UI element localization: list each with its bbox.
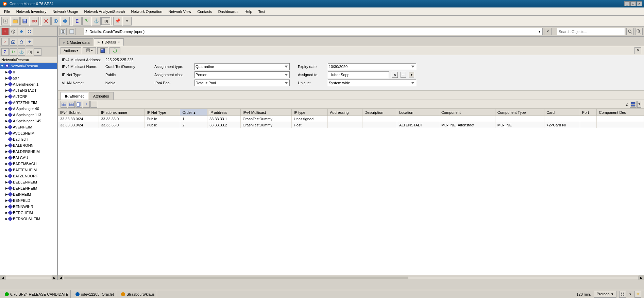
hscroll-track[interactable]	[64, 277, 638, 279]
col-ipv4-multicast[interactable]: IPv4 Multicast	[240, 109, 291, 116]
col-component-des[interactable]: Component Des	[597, 109, 644, 116]
expiry-date-select[interactable]: 10/30/2020	[328, 63, 416, 70]
tree-item-abergheiden[interactable]: ▶ A Bergheiden 1	[0, 81, 57, 87]
toolbar-btn-2[interactable]	[51, 17, 60, 25]
search-input[interactable]	[557, 28, 625, 35]
menu-help[interactable]: Help	[242, 9, 255, 14]
refresh-button-main[interactable]	[109, 47, 120, 54]
left-btn-more[interactable]: »	[34, 48, 41, 56]
left-btn-6[interactable]	[10, 38, 17, 46]
minimize-button[interactable]: _	[624, 1, 630, 6]
col-port[interactable]: Port	[580, 109, 597, 116]
tree-item-balbronn[interactable]: ▶ BALBRONN	[0, 142, 57, 148]
tree-item-beinheim[interactable]: ▶ BEINHEIM	[0, 191, 57, 197]
sub-tab-ip-ethernet[interactable]: IP/Ethernet	[61, 92, 88, 100]
tree-item-battenheim[interactable]: ▶ BATTENHEIM	[0, 167, 57, 173]
toolbar-save-button[interactable]	[20, 17, 29, 25]
tab-master-data[interactable]: ▶ 1 Master data	[59, 38, 93, 46]
status-grid-button[interactable]	[619, 291, 626, 298]
tree-item-597[interactable]: ▶ 597	[0, 75, 57, 81]
tree-item-aspeisinger40[interactable]: ▶ A Speisinger 40	[0, 106, 57, 112]
menu-dashboards[interactable]: Dashboards	[216, 9, 241, 14]
save-button-main[interactable]	[97, 47, 108, 54]
tree-item-behlenheim[interactable]: ▶ BEHLENHEIM	[0, 185, 57, 191]
left-btn-3[interactable]	[18, 28, 25, 35]
col-ip-subnet-name[interactable]: IP subnet name	[99, 109, 145, 116]
sub-tab-attributes[interactable]: Attributes	[89, 92, 113, 100]
ipv4-pool-select[interactable]: Default Pool	[194, 80, 290, 86]
tree-item-altorf[interactable]: ▶ ALTORF	[0, 93, 57, 100]
tree-item-barembach[interactable]: ▶ BAREMBACH	[0, 161, 57, 167]
left-btn-anchor[interactable]: ⚓	[18, 48, 25, 56]
actions-button[interactable]: Actions ▾	[61, 47, 81, 54]
tree-item-baldersheim[interactable]: ▶ BALDERSHEIM	[0, 148, 57, 155]
left-btn-4[interactable]	[26, 28, 33, 35]
menu-network-operation[interactable]: Network Operation	[128, 9, 165, 14]
tree-item-beblenheim[interactable]: ▶ BEBLENHEIM	[0, 179, 57, 185]
tree-item-bernolsheim[interactable]: ▶ BERNOLSHEIM	[0, 216, 57, 222]
tree-item-altenstadt[interactable]: ▶ ALTENSTADT	[0, 87, 57, 93]
search-button[interactable]	[626, 28, 634, 35]
toolbar-sigma-button[interactable]: Σ	[73, 17, 82, 25]
tree-item-avenheim[interactable]: ▶ AVENHEIM	[0, 124, 57, 130]
toolbar-refresh-button[interactable]: ↻	[82, 17, 91, 25]
maximize-button[interactable]: □	[630, 1, 636, 6]
tree-item-badischl[interactable]: ▶ Bad Ischl	[0, 136, 57, 142]
tree-item-bennwihr[interactable]: ▶ BENNWIHR	[0, 204, 57, 210]
close-panel-button[interactable]: ✕	[634, 47, 641, 54]
left-btn-8[interactable]	[26, 38, 33, 46]
table-edit-button[interactable]	[68, 101, 75, 108]
col-component-type[interactable]: Component Type	[495, 109, 544, 116]
table-add-row-button[interactable]	[61, 101, 67, 108]
assigned-to-clear[interactable]: ✕	[392, 72, 398, 78]
col-ip-address[interactable]: IP address	[207, 109, 240, 116]
tree-container[interactable]: ▼ Network/Reseau ▶ 0 ▶ 597 ▶ A Bergheid	[0, 63, 57, 275]
col-ipv4-subnet[interactable]: IPv4 Subnet	[58, 109, 99, 116]
col-ip-net-type[interactable]: IP Net Type	[145, 109, 180, 116]
nav-dropdown-clear[interactable]: ✕	[544, 28, 552, 35]
tab-details[interactable]: ▶ 1 Details ✕	[94, 38, 124, 46]
toolbar-disconnect-button[interactable]	[42, 17, 51, 25]
col-order[interactable]: Order ▲	[180, 109, 207, 116]
close-button[interactable]: ✕	[637, 1, 642, 6]
menu-network-inventory[interactable]: Network Inventory	[14, 9, 49, 14]
protocol-button[interactable]: Protocol ▾	[594, 291, 616, 298]
tree-item-artzenheim[interactable]: ▶ ARTZENHEIM	[0, 100, 57, 106]
toolbar-anchor-button[interactable]: ⚓	[92, 17, 101, 25]
nav-location-dropdown[interactable]: 2: Details: CrashTestDummy (open) ▼	[84, 28, 543, 35]
table-view-arrow[interactable]: ▼	[637, 101, 641, 108]
menu-network-analyze[interactable]: Network Analyze/Search	[82, 9, 128, 14]
h-scrollbar[interactable]: ◀ ▶	[58, 275, 644, 280]
tab-close-button[interactable]: ✕	[117, 40, 120, 44]
menu-network-usage[interactable]: Network Usage	[50, 9, 81, 14]
menu-contacts[interactable]: Contacts	[194, 9, 215, 14]
status-edit-button[interactable]: ✏	[634, 291, 641, 298]
nav-forward-button[interactable]	[68, 28, 75, 35]
tree-item-batzendorf[interactable]: ▶ BATZENDORF	[0, 173, 57, 179]
toolbar-btn-3[interactable]	[61, 17, 70, 25]
left-hscroll[interactable]: ◀ ▶	[0, 275, 57, 280]
assigned-to-input[interactable]	[328, 71, 389, 78]
left-btn-5[interactable]: ✕	[1, 38, 9, 46]
hscroll-right[interactable]: ▶	[639, 276, 644, 280]
tree-item-aspeisinger145[interactable]: ▶ A Speisinger 145	[0, 118, 57, 124]
table-view-button[interactable]	[630, 101, 637, 108]
search-advanced-button[interactable]	[635, 28, 643, 35]
col-component[interactable]: Component	[439, 109, 495, 116]
toolbar-new-button[interactable]	[1, 17, 10, 25]
unique-select[interactable]: System wide	[328, 80, 416, 86]
assigned-to-arrow[interactable]: ▼	[409, 72, 414, 77]
tree-item-benfeld[interactable]: ▶ BENFELD	[0, 197, 57, 204]
menu-test[interactable]: Test	[256, 9, 268, 14]
nav-back-button[interactable]: 🖫	[59, 28, 67, 35]
col-description[interactable]: Description	[362, 109, 397, 116]
tree-item-root[interactable]: ▼ Network/Reseau	[0, 63, 57, 69]
left-btn-sum[interactable]: Σ	[1, 48, 9, 56]
col-card[interactable]: Card	[544, 109, 580, 116]
tree-item-0[interactable]: ▶ 0	[0, 69, 57, 75]
assignment-class-select[interactable]: Person	[194, 71, 290, 78]
table-row[interactable]: 33.33.33.0/24 33.33.33.0 Public 1 33.33.…	[58, 116, 644, 122]
hscroll-left[interactable]: ◀	[58, 276, 63, 280]
tree-item-bergheim[interactable]: ▶ BERGHEIM	[0, 210, 57, 216]
table-remove-button[interactable]: −	[90, 101, 97, 108]
